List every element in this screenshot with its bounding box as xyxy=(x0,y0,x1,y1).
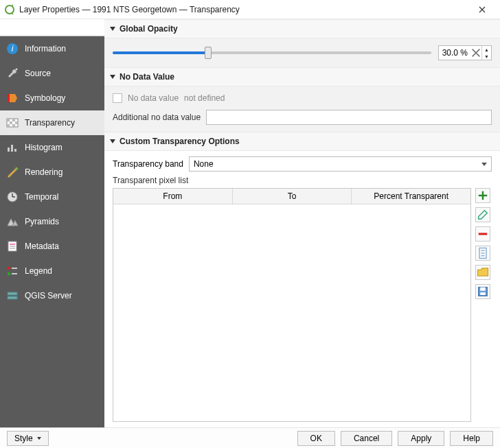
sidebar-item-label: Source xyxy=(25,69,51,78)
sidebar-item-qgis-server[interactable]: QGIS Server xyxy=(0,283,104,308)
sidebar-item-label: Histogram xyxy=(25,143,62,152)
svg-rect-5 xyxy=(8,94,10,102)
svg-rect-24 xyxy=(8,267,10,270)
svg-rect-29 xyxy=(8,296,17,299)
sidebar-item-source[interactable]: Source xyxy=(0,61,104,86)
style-button-label: Style xyxy=(14,434,33,443)
default-values-button[interactable] xyxy=(475,246,490,261)
collapse-icon xyxy=(110,139,115,143)
cancel-button[interactable]: Cancel xyxy=(341,431,392,446)
apply-button[interactable]: Apply xyxy=(398,431,444,446)
clear-icon[interactable] xyxy=(470,47,481,58)
sidebar-item-information[interactable]: i Information xyxy=(0,36,104,61)
transparent-pixel-list-label: Transparent pixel list xyxy=(113,176,492,185)
sidebar-item-label: Legend xyxy=(25,266,52,276)
paint-icon xyxy=(5,91,19,105)
no-data-checkbox-label: No data value xyxy=(128,93,179,103)
section-title: Global Opacity xyxy=(120,24,178,34)
svg-rect-7 xyxy=(7,119,10,121)
remove-row-button[interactable] xyxy=(475,226,490,241)
sidebar-item-temporal[interactable]: Temporal xyxy=(0,185,104,209)
spin-up-icon[interactable]: ▲ xyxy=(482,46,491,53)
table-header: From To Percent Transparent xyxy=(113,189,470,204)
apply-button-label: Apply xyxy=(411,434,431,443)
picker-icon xyxy=(476,208,490,222)
wrench-icon xyxy=(5,67,19,80)
section-body-no-data: No data value not defined Additional no … xyxy=(104,86,500,132)
search-box[interactable] xyxy=(0,19,104,36)
footer: Style OK Cancel Apply Help xyxy=(0,427,500,448)
sidebar-item-label: Information xyxy=(25,44,66,54)
content-panel: Global Opacity 30.0 % ▲▼ No Data Value xyxy=(104,19,500,427)
spin-down-icon[interactable]: ▼ xyxy=(482,53,491,60)
transparent-pixel-table[interactable]: From To Percent Transparent xyxy=(113,188,471,422)
additional-no-data-input[interactable] xyxy=(206,110,492,125)
close-button[interactable] xyxy=(468,1,496,19)
additional-no-data-label: Additional no data value xyxy=(113,113,201,122)
transparency-band-value: None xyxy=(194,159,214,169)
sidebar-item-legend[interactable]: Legend xyxy=(0,259,104,283)
help-button-label: Help xyxy=(463,434,480,443)
sidebar-item-label: Rendering xyxy=(25,167,62,177)
sidebar-item-transparency[interactable]: Transparency xyxy=(0,110,104,135)
table-body xyxy=(113,204,470,421)
collapse-icon xyxy=(110,75,115,79)
table-header-to: To xyxy=(233,189,352,204)
search-input[interactable] xyxy=(5,22,111,33)
brush-icon xyxy=(5,165,19,179)
svg-rect-28 xyxy=(8,292,17,295)
sidebar-item-histogram[interactable]: Histogram xyxy=(0,135,104,160)
info-icon: i xyxy=(5,42,19,56)
section-body-custom: Transparency band None Transparent pixel… xyxy=(104,151,500,427)
close-icon xyxy=(479,6,486,13)
opacity-value: 30.0 % xyxy=(439,48,470,58)
sidebar-item-label: Temporal xyxy=(25,192,58,202)
sidebar: i Information Source Symbology Transpare… xyxy=(0,19,104,427)
opacity-spinbox[interactable]: 30.0 % ▲▼ xyxy=(438,45,492,60)
opacity-slider[interactable] xyxy=(113,47,431,59)
slider-thumb[interactable] xyxy=(205,47,212,59)
section-header-no-data[interactable]: No Data Value xyxy=(104,67,500,86)
sidebar-item-rendering[interactable]: Rendering xyxy=(0,160,104,185)
sidebar-item-label: Transparency xyxy=(25,118,75,128)
transparency-icon xyxy=(5,116,19,130)
svg-rect-9 xyxy=(10,121,12,124)
section-title: Custom Transparency Options xyxy=(120,137,240,146)
section-header-custom[interactable]: Custom Transparency Options xyxy=(104,132,500,151)
table-header-percent: Percent Transparent xyxy=(352,189,470,204)
metadata-icon xyxy=(5,239,19,253)
chevron-down-icon xyxy=(37,437,41,440)
spin-arrows[interactable]: ▲▼ xyxy=(481,46,491,60)
ok-button[interactable]: OK xyxy=(297,431,335,446)
svg-rect-25 xyxy=(8,272,10,275)
svg-rect-13 xyxy=(8,148,10,152)
section-body-global-opacity: 30.0 % ▲▼ xyxy=(104,38,500,67)
help-button[interactable]: Help xyxy=(450,431,493,446)
import-button[interactable] xyxy=(475,265,490,280)
transparency-band-combo[interactable]: None xyxy=(189,156,492,172)
pick-from-screen-button[interactable] xyxy=(475,207,490,222)
style-button[interactable]: Style xyxy=(7,431,49,446)
sidebar-item-label: Pyramids xyxy=(25,217,59,226)
no-data-checkbox[interactable] xyxy=(113,93,122,103)
sidebar-item-label: Symbology xyxy=(25,93,65,103)
svg-rect-11 xyxy=(7,124,10,127)
sidebar-item-pyramids[interactable]: Pyramids xyxy=(0,209,104,234)
svg-rect-38 xyxy=(480,287,486,291)
window-title: Layer Properties — 1991 NTS Georgetown —… xyxy=(19,5,468,14)
folder-open-icon xyxy=(476,266,490,279)
clock-icon xyxy=(5,190,19,204)
legend-icon xyxy=(5,264,19,278)
svg-rect-12 xyxy=(12,124,15,127)
ok-button-label: OK xyxy=(310,434,322,443)
nav-list: i Information Source Symbology Transpare… xyxy=(0,36,104,427)
add-row-button[interactable] xyxy=(475,188,490,203)
sidebar-item-metadata[interactable]: Metadata xyxy=(0,234,104,259)
collapse-icon xyxy=(110,27,115,31)
svg-rect-39 xyxy=(480,292,486,295)
server-icon xyxy=(5,289,19,303)
sidebar-item-label: Metadata xyxy=(25,241,59,251)
sidebar-item-symbology[interactable]: Symbology xyxy=(0,86,104,110)
export-button[interactable] xyxy=(475,284,490,299)
section-header-global-opacity[interactable]: Global Opacity xyxy=(104,19,500,38)
